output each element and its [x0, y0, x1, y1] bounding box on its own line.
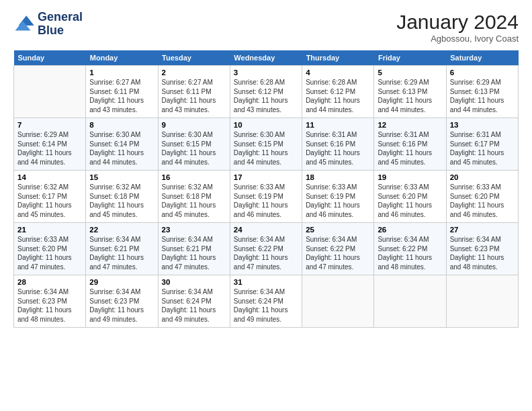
day-number: 23	[162, 226, 226, 234]
logo: General Blue	[13, 11, 83, 38]
calendar-cell-w4-d4: 24Sunrise: 6:34 AMSunset: 6:22 PMDayligh…	[230, 223, 302, 275]
calendar-cell-w2-d3: 9Sunrise: 6:30 AMSunset: 6:15 PMDaylight…	[158, 118, 230, 171]
day-info: Sunrise: 6:33 AMSunset: 6:20 PMDaylight:…	[17, 235, 82, 271]
day-info: Sunrise: 6:33 AMSunset: 6:20 PMDaylight:…	[378, 183, 442, 219]
day-info: Sunrise: 6:33 AMSunset: 6:19 PMDaylight:…	[234, 183, 298, 219]
day-info: Sunrise: 6:33 AMSunset: 6:20 PMDaylight:…	[450, 183, 515, 219]
day-number: 26	[378, 226, 442, 234]
day-number: 20	[450, 173, 515, 181]
calendar-cell-w1-d7: 6Sunrise: 6:29 AMSunset: 6:13 PMDaylight…	[446, 66, 518, 118]
day-info: Sunrise: 6:32 AMSunset: 6:18 PMDaylight:…	[89, 183, 154, 219]
calendar-header-row: Sunday Monday Tuesday Wednesday Thursday…	[14, 50, 519, 66]
day-number: 18	[306, 173, 370, 181]
day-number: 31	[234, 278, 298, 286]
calendar-cell-w1-d4: 3Sunrise: 6:28 AMSunset: 6:12 PMDaylight…	[230, 66, 302, 118]
col-wednesday: Wednesday	[230, 50, 302, 66]
header: General Blue January 2024 Agbossou, Ivor…	[13, 11, 519, 44]
day-number: 9	[162, 121, 226, 129]
logo-text: General Blue	[38, 11, 83, 38]
col-friday: Friday	[374, 50, 446, 66]
calendar-cell-w5-d2: 29Sunrise: 6:34 AMSunset: 6:23 PMDayligh…	[86, 275, 158, 328]
day-number: 24	[234, 226, 298, 234]
day-info: Sunrise: 6:32 AMSunset: 6:18 PMDaylight:…	[162, 183, 226, 219]
day-info: Sunrise: 6:34 AMSunset: 6:23 PMDaylight:…	[17, 287, 82, 324]
day-number: 21	[17, 226, 82, 234]
calendar-week-1: 1Sunrise: 6:27 AMSunset: 6:11 PMDaylight…	[14, 66, 519, 118]
day-number: 29	[89, 278, 154, 286]
calendar-cell-w3-d5: 18Sunrise: 6:33 AMSunset: 6:19 PMDayligh…	[302, 171, 374, 223]
col-tuesday: Tuesday	[158, 50, 230, 66]
calendar-cell-w4-d3: 23Sunrise: 6:34 AMSunset: 6:21 PMDayligh…	[158, 223, 230, 275]
day-number: 7	[17, 121, 82, 129]
calendar-cell-w5-d6	[374, 275, 446, 328]
calendar-cell-w1-d3: 2Sunrise: 6:27 AMSunset: 6:11 PMDaylight…	[158, 66, 230, 118]
calendar-cell-w4-d6: 26Sunrise: 6:34 AMSunset: 6:22 PMDayligh…	[374, 223, 446, 275]
day-number: 27	[450, 226, 515, 234]
calendar-cell-w4-d5: 25Sunrise: 6:34 AMSunset: 6:22 PMDayligh…	[302, 223, 374, 275]
calendar-cell-w5-d3: 30Sunrise: 6:34 AMSunset: 6:24 PMDayligh…	[158, 275, 230, 328]
day-number: 6	[450, 68, 515, 77]
calendar-week-3: 14Sunrise: 6:32 AMSunset: 6:17 PMDayligh…	[14, 171, 519, 223]
calendar-cell-w5-d7	[446, 275, 518, 328]
calendar-cell-w1-d2: 1Sunrise: 6:27 AMSunset: 6:11 PMDaylight…	[86, 66, 158, 118]
calendar-cell-w5-d4: 31Sunrise: 6:34 AMSunset: 6:24 PMDayligh…	[230, 275, 302, 328]
day-info: Sunrise: 6:34 AMSunset: 6:24 PMDaylight:…	[162, 287, 226, 324]
day-number: 15	[89, 173, 154, 181]
day-number: 2	[162, 68, 226, 77]
day-number: 17	[234, 173, 298, 181]
day-info: Sunrise: 6:33 AMSunset: 6:19 PMDaylight:…	[306, 183, 370, 219]
day-number: 28	[17, 278, 82, 286]
day-number: 12	[378, 121, 442, 129]
calendar-cell-w2-d6: 12Sunrise: 6:31 AMSunset: 6:16 PMDayligh…	[374, 118, 446, 171]
day-number: 25	[306, 226, 370, 234]
day-info: Sunrise: 6:30 AMSunset: 6:14 PMDaylight:…	[89, 130, 154, 167]
day-info: Sunrise: 6:28 AMSunset: 6:12 PMDaylight:…	[306, 78, 370, 114]
calendar-cell-w2-d2: 8Sunrise: 6:30 AMSunset: 6:14 PMDaylight…	[86, 118, 158, 171]
day-info: Sunrise: 6:29 AMSunset: 6:13 PMDaylight:…	[450, 78, 515, 114]
day-info: Sunrise: 6:27 AMSunset: 6:11 PMDaylight:…	[89, 78, 154, 114]
calendar-cell-w3-d7: 20Sunrise: 6:33 AMSunset: 6:20 PMDayligh…	[446, 171, 518, 223]
calendar-cell-w4-d2: 22Sunrise: 6:34 AMSunset: 6:21 PMDayligh…	[86, 223, 158, 275]
day-info: Sunrise: 6:34 AMSunset: 6:22 PMDaylight:…	[306, 235, 370, 271]
calendar-cell-w3-d4: 17Sunrise: 6:33 AMSunset: 6:19 PMDayligh…	[230, 171, 302, 223]
col-sunday: Sunday	[14, 50, 86, 66]
day-number: 8	[89, 121, 154, 129]
day-number: 19	[378, 173, 442, 181]
day-number: 14	[17, 173, 82, 181]
day-info: Sunrise: 6:29 AMSunset: 6:13 PMDaylight:…	[378, 78, 442, 114]
col-thursday: Thursday	[302, 50, 374, 66]
day-info: Sunrise: 6:28 AMSunset: 6:12 PMDaylight:…	[234, 78, 298, 114]
calendar-cell-w4-d7: 27Sunrise: 6:34 AMSunset: 6:23 PMDayligh…	[446, 223, 518, 275]
calendar-cell-w1-d5: 4Sunrise: 6:28 AMSunset: 6:12 PMDaylight…	[302, 66, 374, 118]
day-info: Sunrise: 6:34 AMSunset: 6:23 PMDaylight:…	[450, 235, 515, 271]
day-info: Sunrise: 6:34 AMSunset: 6:21 PMDaylight:…	[89, 235, 154, 271]
calendar-cell-w2-d1: 7Sunrise: 6:29 AMSunset: 6:14 PMDaylight…	[14, 118, 86, 171]
title-block: January 2024 Agbossou, Ivory Coast	[396, 11, 519, 44]
day-number: 10	[234, 121, 298, 129]
day-number: 13	[450, 121, 515, 129]
page: General Blue January 2024 Agbossou, Ivor…	[0, 0, 532, 411]
day-info: Sunrise: 6:34 AMSunset: 6:22 PMDaylight:…	[234, 235, 298, 271]
calendar-week-5: 28Sunrise: 6:34 AMSunset: 6:23 PMDayligh…	[14, 275, 519, 328]
day-info: Sunrise: 6:30 AMSunset: 6:15 PMDaylight:…	[234, 130, 298, 167]
day-info: Sunrise: 6:34 AMSunset: 6:24 PMDaylight:…	[234, 287, 298, 324]
location: Agbossou, Ivory Coast	[396, 34, 519, 44]
calendar-cell-w1-d1	[14, 66, 86, 118]
day-info: Sunrise: 6:34 AMSunset: 6:22 PMDaylight:…	[378, 235, 442, 271]
day-number: 1	[89, 68, 154, 77]
day-info: Sunrise: 6:31 AMSunset: 6:16 PMDaylight:…	[306, 130, 370, 167]
calendar-cell-w1-d6: 5Sunrise: 6:29 AMSunset: 6:13 PMDaylight…	[374, 66, 446, 118]
calendar-cell-w5-d5	[302, 275, 374, 328]
day-number: 30	[162, 278, 226, 286]
day-info: Sunrise: 6:32 AMSunset: 6:17 PMDaylight:…	[17, 183, 82, 219]
calendar-cell-w3-d1: 14Sunrise: 6:32 AMSunset: 6:17 PMDayligh…	[14, 171, 86, 223]
day-info: Sunrise: 6:34 AMSunset: 6:23 PMDaylight:…	[89, 287, 154, 324]
day-info: Sunrise: 6:27 AMSunset: 6:11 PMDaylight:…	[162, 78, 226, 114]
calendar-cell-w2-d7: 13Sunrise: 6:31 AMSunset: 6:17 PMDayligh…	[446, 118, 518, 171]
calendar-table: Sunday Monday Tuesday Wednesday Thursday…	[13, 50, 519, 328]
calendar-cell-w5-d1: 28Sunrise: 6:34 AMSunset: 6:23 PMDayligh…	[14, 275, 86, 328]
calendar-week-2: 7Sunrise: 6:29 AMSunset: 6:14 PMDaylight…	[14, 118, 519, 171]
calendar-cell-w4-d1: 21Sunrise: 6:33 AMSunset: 6:20 PMDayligh…	[14, 223, 86, 275]
month-year: January 2024	[396, 11, 519, 34]
day-info: Sunrise: 6:34 AMSunset: 6:21 PMDaylight:…	[162, 235, 226, 271]
